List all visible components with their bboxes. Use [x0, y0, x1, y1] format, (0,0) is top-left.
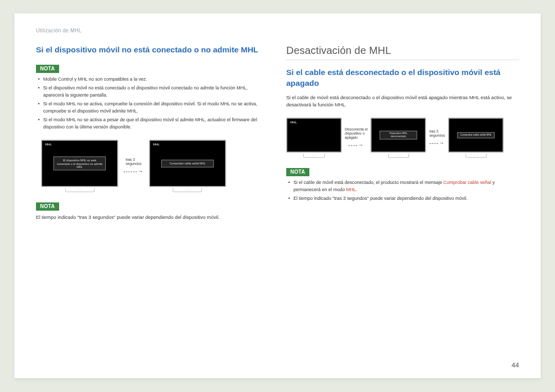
bullet-item: Si el modo MHL no se activa, compruebe l…: [38, 101, 269, 115]
right-intro-text: Si el cable de móvil está desconectado o…: [286, 94, 519, 109]
figure-arrow-label: tras 3 segundos ----→: [429, 129, 445, 146]
left-heading: Si el dispositivo móvil no está conectad…: [36, 45, 269, 55]
right-figure-row: MHL Desconecta el dispositivo o apágalo …: [286, 118, 519, 158]
monitor-stand: [388, 154, 409, 158]
screen-mhl-label: MHL: [153, 143, 160, 146]
nota-label: NOTA: [36, 202, 59, 211]
arrow-text: Desconecta el dispositivo o apágalo: [345, 127, 367, 140]
bullet-item: Si el dispositivo móvil no está conectad…: [38, 85, 269, 99]
bullet-item: El tiempo indicado "tras 3 segundos" pue…: [288, 195, 519, 202]
arrow-icon: ----→: [429, 140, 445, 146]
monitor-illustration: MHL El dispositivo MHL no está conectado…: [41, 140, 118, 192]
right-heading: Si el cable está desconectado o el dispo…: [286, 67, 519, 89]
left-figure-row: MHL El dispositivo MHL no está conectado…: [41, 140, 269, 192]
note-text-part: Si el cable de móvil está desconectado, …: [293, 180, 443, 185]
monitor-stand: [173, 188, 202, 192]
screen-message: Dispositivo MHL desconectado: [380, 131, 417, 140]
monitor-illustration: Dispositivo MHL desconectado: [371, 118, 426, 158]
left-note-2: El tiempo indicado "tras 3 segundos" pue…: [36, 214, 269, 221]
left-bullet-list-1: Mobile Control y MHL no son compatibles …: [36, 76, 269, 131]
arrow-text: tras 3 segundos: [126, 158, 141, 166]
figure-arrow-label: Desconecta el dispositivo o apágalo ----…: [345, 127, 367, 148]
monitor-stand: [466, 154, 487, 158]
monitor-stand: [303, 154, 324, 158]
monitor-illustration: MHL: [286, 118, 342, 158]
monitor-illustration: MHL Comprobar cable señal MHL: [149, 140, 226, 192]
screen-message: Comprobar cable señal MHL: [457, 133, 495, 139]
screen-message: El dispositivo MHL no está conectado o e…: [53, 157, 106, 171]
monitor-screen: MHL Comprobar cable señal MHL: [149, 140, 226, 187]
manual-page: Utilización de MHL Si el dispositivo móv…: [14, 13, 541, 378]
right-column: Desactivación de MHL Si el cable está de…: [286, 45, 519, 226]
two-column-layout: Si el dispositivo móvil no está conectad…: [36, 45, 519, 226]
nota-label: NOTA: [286, 168, 309, 176]
monitor-screen: MHL: [286, 118, 342, 153]
monitor-screen: Dispositivo MHL desconectado: [371, 118, 426, 153]
arrow-text: tras 3 segundos: [430, 129, 445, 138]
figure-arrow-label: tras 3 segundos ------→: [123, 158, 144, 175]
bullet-item: Si el cable de móvil está desconectado, …: [288, 179, 519, 193]
nota-label: NOTA: [36, 65, 59, 73]
note-text-red: Comprobar cable señal: [443, 180, 491, 185]
screen-message: Comprobar cable señal MHL: [161, 160, 214, 167]
screen-mhl-label: MHL: [290, 121, 297, 124]
arrow-icon: ----→: [348, 142, 364, 148]
arrow-icon: ------→: [123, 168, 144, 175]
right-bullet-list: Si el cable de móvil está desconectado, …: [286, 179, 519, 202]
bullet-item: Si el modo MHL no se activa a pesar de q…: [38, 117, 269, 130]
monitor-screen: MHL El dispositivo MHL no está conectado…: [41, 140, 118, 187]
right-section-title: Desactivación de MHL: [286, 45, 519, 60]
bullet-item: Mobile Control y MHL no son compatibles …: [38, 76, 269, 83]
breadcrumb: Utilización de MHL: [36, 28, 519, 33]
monitor-stand: [65, 188, 95, 192]
page-number: 44: [512, 361, 519, 369]
monitor-illustration: Comprobar cable señal MHL: [448, 118, 504, 158]
monitor-screen: Comprobar cable señal MHL: [448, 118, 504, 153]
left-column: Si el dispositivo móvil no está conectad…: [36, 45, 269, 226]
note-text-red: MHL: [346, 187, 356, 192]
screen-mhl-label: MHL: [45, 143, 52, 146]
note-text-part: .: [356, 187, 358, 192]
